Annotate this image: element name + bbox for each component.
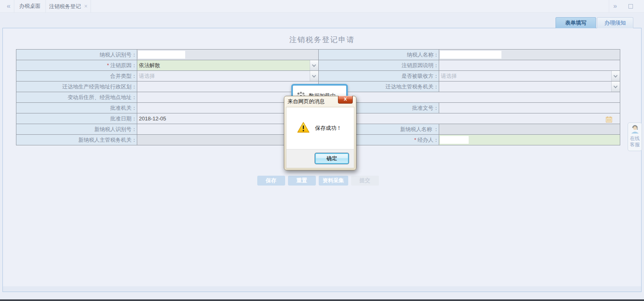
- top-tab-bar: « 办税桌面 注销税务登记× »: [0, 0, 644, 13]
- support-avatar-icon: [630, 124, 640, 136]
- new-taxpayer-authority-label: 新纳税人主管税务机关：: [16, 135, 137, 145]
- scroll-tabs-left-icon[interactable]: «: [3, 0, 14, 13]
- cancel-reason-cell: 依法解散: [137, 60, 319, 71]
- calendar-icon[interactable]: [606, 115, 612, 124]
- approval-number-cell[interactable]: [439, 103, 620, 113]
- table-row: 合并类型： 请选择 是否被吸收方： 请选择: [16, 71, 620, 81]
- warning-icon: [297, 122, 310, 135]
- action-button-row: 保存 重置 资料采集 提交: [16, 176, 620, 186]
- close-tab-icon[interactable]: ×: [84, 3, 87, 9]
- dialog-title-bar[interactable]: 来自网页的消息 X: [284, 96, 356, 107]
- table-row: *注销原因： 依法解散 注销原因说明：: [16, 60, 620, 71]
- dialog-body: 保存成功！: [286, 107, 354, 149]
- tab-label: 注销税务登记: [49, 3, 81, 9]
- table-row: 纳税人识别号： 纳税人名称：: [16, 50, 620, 60]
- new-taxpayer-id-label: 新纳税人识别号：: [16, 124, 137, 135]
- handler-input[interactable]: [440, 136, 469, 144]
- dest-division-label: 迁达地生产经营地址行政区划：: [16, 81, 137, 92]
- submit-button[interactable]: 提交: [351, 176, 379, 186]
- cancel-reason-select[interactable]: 依法解散: [137, 60, 318, 70]
- tab-tax-desktop[interactable]: 办税桌面: [14, 0, 45, 13]
- required-star: *: [414, 137, 416, 143]
- approval-date-label: 批准日期：: [16, 113, 137, 124]
- dialog-message: 保存成功！: [315, 124, 342, 132]
- absorbed-party-select[interactable]: 请选择: [439, 71, 620, 81]
- approval-authority-label: 批准机关：: [16, 103, 137, 113]
- dialog-title: 来自网页的消息: [288, 98, 325, 104]
- taxpayer-id-cell: [137, 50, 319, 60]
- cancel-reason-desc-cell[interactable]: [439, 60, 620, 71]
- chevron-down-icon[interactable]: [611, 71, 620, 81]
- label-text: 注销原因：: [110, 62, 137, 68]
- taxpayer-id-input[interactable]: [138, 51, 185, 59]
- tab-deregistration[interactable]: 注销税务登记×: [45, 0, 91, 13]
- changed-address-cell[interactable]: [137, 92, 620, 103]
- changed-address-label: 变动后住所、经营地点地址：: [16, 92, 137, 103]
- reset-button[interactable]: 重置: [288, 176, 316, 186]
- bottom-edge-strip: [0, 299, 644, 301]
- handler-cell: [439, 135, 620, 145]
- date-value: 2018-12-05: [139, 115, 166, 122]
- required-star: *: [107, 63, 109, 68]
- page-title: 注销税务登记申请: [3, 35, 641, 45]
- webpage-message-dialog: 来自网页的消息 X 保存成功！ 确定: [284, 96, 356, 170]
- new-taxpayer-name-cell: [439, 124, 620, 135]
- absorbed-party-cell: 请选择: [439, 71, 620, 81]
- data-collect-button[interactable]: 资料采集: [319, 176, 348, 186]
- select-value: 依法解散: [139, 62, 160, 68]
- taxpayer-name-cell: [439, 50, 620, 60]
- chevron-down-icon[interactable]: [310, 60, 318, 70]
- approval-date-field[interactable]: 2018-12-05: [137, 113, 620, 124]
- dialog-footer: 确定: [286, 149, 354, 168]
- taxpayer-name-input[interactable]: [440, 51, 501, 59]
- cancel-reason-desc-label: 注销原因说明：: [319, 60, 439, 71]
- chevron-down-icon[interactable]: [611, 81, 620, 92]
- maximize-icon[interactable]: [628, 4, 633, 9]
- chevron-down-icon[interactable]: [310, 71, 318, 81]
- tab-handling-notes[interactable]: 办理须知: [597, 17, 633, 28]
- save-button[interactable]: 保存: [257, 176, 285, 186]
- app-window: « 办税桌面 注销税务登记× » 表单填写 办理须知 注销税务登记申请 纳税人识…: [0, 0, 644, 301]
- scroll-tabs-right-icon[interactable]: »: [609, 0, 621, 13]
- cancel-reason-label: *注销原因：: [16, 60, 137, 71]
- absorbed-party-label: 是否被吸收方：: [319, 71, 439, 81]
- select-placeholder: 请选择: [139, 73, 155, 79]
- dest-authority-select[interactable]: [439, 81, 620, 92]
- merge-type-label: 合并类型：: [16, 71, 137, 81]
- taxpayer-name-label: 纳税人名称：: [319, 50, 439, 60]
- online-support-widget[interactable]: 在线 客服: [628, 122, 642, 151]
- taxpayer-id-label: 纳税人识别号：: [16, 50, 137, 60]
- dest-authority-cell: [439, 81, 620, 92]
- merge-type-cell: 请选择: [137, 71, 319, 81]
- support-label-line1: 在线: [630, 136, 640, 142]
- approval-date-cell: 2018-12-05: [137, 113, 620, 124]
- merge-type-select[interactable]: 请选择: [137, 71, 318, 81]
- panel-footer: [3, 286, 641, 292]
- tab-label: 办税桌面: [19, 3, 41, 9]
- select-placeholder: 请选择: [441, 73, 457, 79]
- support-label-line2: 客服: [630, 142, 640, 148]
- tab-form-fill[interactable]: 表单填写: [556, 17, 596, 28]
- label-text: 经办人：: [417, 137, 439, 143]
- dialog-ok-button[interactable]: 确定: [315, 153, 349, 164]
- dialog-close-button[interactable]: X: [338, 96, 353, 104]
